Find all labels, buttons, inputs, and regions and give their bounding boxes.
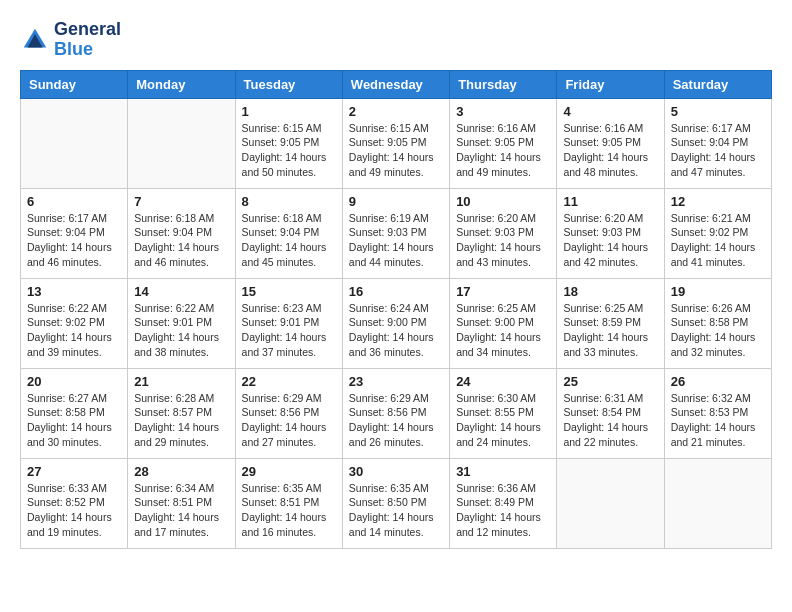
day-cell: 5Sunrise: 6:17 AM Sunset: 9:04 PM Daylig… (664, 98, 771, 188)
day-cell: 16Sunrise: 6:24 AM Sunset: 9:00 PM Dayli… (342, 278, 449, 368)
day-cell: 23Sunrise: 6:29 AM Sunset: 8:56 PM Dayli… (342, 368, 449, 458)
day-cell: 21Sunrise: 6:28 AM Sunset: 8:57 PM Dayli… (128, 368, 235, 458)
day-info: Sunrise: 6:35 AM Sunset: 8:51 PM Dayligh… (242, 481, 336, 540)
day-number: 3 (456, 104, 550, 119)
day-cell: 17Sunrise: 6:25 AM Sunset: 9:00 PM Dayli… (450, 278, 557, 368)
day-number: 15 (242, 284, 336, 299)
day-number: 25 (563, 374, 657, 389)
calendar: SundayMondayTuesdayWednesdayThursdayFrid… (20, 70, 772, 549)
day-header-tuesday: Tuesday (235, 70, 342, 98)
day-number: 26 (671, 374, 765, 389)
day-info: Sunrise: 6:16 AM Sunset: 9:05 PM Dayligh… (456, 121, 550, 180)
day-cell: 9Sunrise: 6:19 AM Sunset: 9:03 PM Daylig… (342, 188, 449, 278)
day-info: Sunrise: 6:23 AM Sunset: 9:01 PM Dayligh… (242, 301, 336, 360)
header: General Blue (20, 20, 772, 60)
day-number: 28 (134, 464, 228, 479)
day-info: Sunrise: 6:25 AM Sunset: 9:00 PM Dayligh… (456, 301, 550, 360)
day-number: 21 (134, 374, 228, 389)
day-number: 31 (456, 464, 550, 479)
day-header-sunday: Sunday (21, 70, 128, 98)
week-row-2: 6Sunrise: 6:17 AM Sunset: 9:04 PM Daylig… (21, 188, 772, 278)
day-cell: 25Sunrise: 6:31 AM Sunset: 8:54 PM Dayli… (557, 368, 664, 458)
day-number: 11 (563, 194, 657, 209)
day-cell: 8Sunrise: 6:18 AM Sunset: 9:04 PM Daylig… (235, 188, 342, 278)
day-cell: 24Sunrise: 6:30 AM Sunset: 8:55 PM Dayli… (450, 368, 557, 458)
week-row-4: 20Sunrise: 6:27 AM Sunset: 8:58 PM Dayli… (21, 368, 772, 458)
day-number: 9 (349, 194, 443, 209)
day-info: Sunrise: 6:35 AM Sunset: 8:50 PM Dayligh… (349, 481, 443, 540)
day-number: 16 (349, 284, 443, 299)
day-cell: 31Sunrise: 6:36 AM Sunset: 8:49 PM Dayli… (450, 458, 557, 548)
day-number: 2 (349, 104, 443, 119)
day-cell: 7Sunrise: 6:18 AM Sunset: 9:04 PM Daylig… (128, 188, 235, 278)
day-header-thursday: Thursday (450, 70, 557, 98)
day-info: Sunrise: 6:21 AM Sunset: 9:02 PM Dayligh… (671, 211, 765, 270)
day-cell: 27Sunrise: 6:33 AM Sunset: 8:52 PM Dayli… (21, 458, 128, 548)
day-info: Sunrise: 6:20 AM Sunset: 9:03 PM Dayligh… (563, 211, 657, 270)
day-number: 6 (27, 194, 121, 209)
day-info: Sunrise: 6:29 AM Sunset: 8:56 PM Dayligh… (349, 391, 443, 450)
day-info: Sunrise: 6:32 AM Sunset: 8:53 PM Dayligh… (671, 391, 765, 450)
day-number: 23 (349, 374, 443, 389)
day-number: 29 (242, 464, 336, 479)
day-number: 12 (671, 194, 765, 209)
logo-icon (20, 25, 50, 55)
day-number: 5 (671, 104, 765, 119)
day-cell: 30Sunrise: 6:35 AM Sunset: 8:50 PM Dayli… (342, 458, 449, 548)
day-number: 27 (27, 464, 121, 479)
day-number: 19 (671, 284, 765, 299)
week-row-3: 13Sunrise: 6:22 AM Sunset: 9:02 PM Dayli… (21, 278, 772, 368)
day-info: Sunrise: 6:15 AM Sunset: 9:05 PM Dayligh… (242, 121, 336, 180)
week-row-1: 1Sunrise: 6:15 AM Sunset: 9:05 PM Daylig… (21, 98, 772, 188)
day-cell: 20Sunrise: 6:27 AM Sunset: 8:58 PM Dayli… (21, 368, 128, 458)
day-number: 4 (563, 104, 657, 119)
day-cell: 10Sunrise: 6:20 AM Sunset: 9:03 PM Dayli… (450, 188, 557, 278)
day-cell: 11Sunrise: 6:20 AM Sunset: 9:03 PM Dayli… (557, 188, 664, 278)
day-number: 17 (456, 284, 550, 299)
day-cell: 19Sunrise: 6:26 AM Sunset: 8:58 PM Dayli… (664, 278, 771, 368)
day-cell: 2Sunrise: 6:15 AM Sunset: 9:05 PM Daylig… (342, 98, 449, 188)
logo-text: General Blue (54, 20, 121, 60)
day-cell (557, 458, 664, 548)
day-number: 30 (349, 464, 443, 479)
day-number: 24 (456, 374, 550, 389)
day-info: Sunrise: 6:24 AM Sunset: 9:00 PM Dayligh… (349, 301, 443, 360)
day-number: 8 (242, 194, 336, 209)
logo: General Blue (20, 20, 121, 60)
day-cell: 13Sunrise: 6:22 AM Sunset: 9:02 PM Dayli… (21, 278, 128, 368)
day-number: 7 (134, 194, 228, 209)
day-cell: 29Sunrise: 6:35 AM Sunset: 8:51 PM Dayli… (235, 458, 342, 548)
day-info: Sunrise: 6:16 AM Sunset: 9:05 PM Dayligh… (563, 121, 657, 180)
day-info: Sunrise: 6:18 AM Sunset: 9:04 PM Dayligh… (242, 211, 336, 270)
day-info: Sunrise: 6:22 AM Sunset: 9:02 PM Dayligh… (27, 301, 121, 360)
day-info: Sunrise: 6:26 AM Sunset: 8:58 PM Dayligh… (671, 301, 765, 360)
day-cell (128, 98, 235, 188)
day-info: Sunrise: 6:15 AM Sunset: 9:05 PM Dayligh… (349, 121, 443, 180)
day-cell: 14Sunrise: 6:22 AM Sunset: 9:01 PM Dayli… (128, 278, 235, 368)
day-cell: 18Sunrise: 6:25 AM Sunset: 8:59 PM Dayli… (557, 278, 664, 368)
day-number: 22 (242, 374, 336, 389)
week-row-5: 27Sunrise: 6:33 AM Sunset: 8:52 PM Dayli… (21, 458, 772, 548)
day-number: 14 (134, 284, 228, 299)
day-number: 1 (242, 104, 336, 119)
day-cell: 4Sunrise: 6:16 AM Sunset: 9:05 PM Daylig… (557, 98, 664, 188)
day-info: Sunrise: 6:17 AM Sunset: 9:04 PM Dayligh… (671, 121, 765, 180)
day-info: Sunrise: 6:36 AM Sunset: 8:49 PM Dayligh… (456, 481, 550, 540)
day-info: Sunrise: 6:19 AM Sunset: 9:03 PM Dayligh… (349, 211, 443, 270)
day-info: Sunrise: 6:20 AM Sunset: 9:03 PM Dayligh… (456, 211, 550, 270)
day-cell: 1Sunrise: 6:15 AM Sunset: 9:05 PM Daylig… (235, 98, 342, 188)
day-info: Sunrise: 6:33 AM Sunset: 8:52 PM Dayligh… (27, 481, 121, 540)
day-header-friday: Friday (557, 70, 664, 98)
calendar-header-row: SundayMondayTuesdayWednesdayThursdayFrid… (21, 70, 772, 98)
day-cell: 22Sunrise: 6:29 AM Sunset: 8:56 PM Dayli… (235, 368, 342, 458)
day-info: Sunrise: 6:30 AM Sunset: 8:55 PM Dayligh… (456, 391, 550, 450)
day-header-saturday: Saturday (664, 70, 771, 98)
day-info: Sunrise: 6:25 AM Sunset: 8:59 PM Dayligh… (563, 301, 657, 360)
day-number: 18 (563, 284, 657, 299)
day-number: 10 (456, 194, 550, 209)
day-number: 20 (27, 374, 121, 389)
day-info: Sunrise: 6:29 AM Sunset: 8:56 PM Dayligh… (242, 391, 336, 450)
day-header-wednesday: Wednesday (342, 70, 449, 98)
day-info: Sunrise: 6:27 AM Sunset: 8:58 PM Dayligh… (27, 391, 121, 450)
day-info: Sunrise: 6:22 AM Sunset: 9:01 PM Dayligh… (134, 301, 228, 360)
